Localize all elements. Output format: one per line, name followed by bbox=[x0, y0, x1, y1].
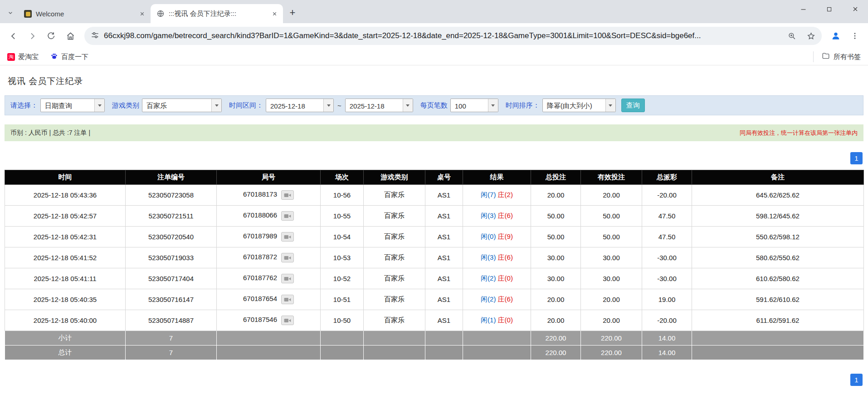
column-header: 总投注 bbox=[531, 170, 581, 185]
forward-icon[interactable] bbox=[24, 27, 41, 44]
zoom-icon[interactable] bbox=[785, 29, 799, 43]
total-total-bet: 220.00 bbox=[531, 346, 581, 360]
cell-payout: -20.00 bbox=[642, 185, 692, 206]
subtotal-label: 小计 bbox=[5, 331, 126, 346]
cell-payout: 19.00 bbox=[642, 289, 692, 310]
video-replay-icon[interactable] bbox=[281, 316, 294, 325]
select-value: 日期查询 bbox=[41, 99, 94, 112]
result-player: 闲(1) bbox=[481, 316, 496, 324]
cell-time: 2025-12-18 05:42:31 bbox=[5, 227, 126, 247]
result-banker: 庄(6) bbox=[498, 295, 513, 303]
date-range-label: 时间区间： bbox=[229, 101, 263, 110]
video-replay-icon[interactable] bbox=[281, 295, 294, 304]
query-type-select[interactable]: 日期查询 bbox=[40, 99, 105, 112]
profile-avatar[interactable] bbox=[827, 27, 844, 44]
reload-icon[interactable] bbox=[43, 27, 60, 44]
welcome-favicon-icon bbox=[24, 10, 32, 18]
tab-bet-records[interactable]: :::视讯 会员下注纪录::: bbox=[151, 4, 283, 23]
cell-round: 670187872 bbox=[217, 247, 321, 268]
table-row: 2025-12-18 05:40:35523050716147670187654… bbox=[5, 289, 864, 310]
browser-toolbar: 66cxkj98.com/game/betrecord_search/kind3… bbox=[0, 23, 868, 49]
cell-remark: 580.62/550.62 bbox=[692, 247, 864, 268]
cell-table-no: AS1 bbox=[425, 247, 463, 268]
page-size-select[interactable]: 100 bbox=[450, 99, 498, 112]
tab-welcome[interactable]: Welcome bbox=[18, 4, 151, 23]
pagination-top: 1 bbox=[5, 152, 863, 164]
cell-bet-id: 523050716147 bbox=[126, 289, 217, 310]
cell-round: 670188066 bbox=[217, 206, 321, 227]
cell-total-bet[interactable]: 50.00 bbox=[531, 227, 581, 247]
date-end-select[interactable]: 2025-12-18 bbox=[345, 99, 413, 112]
video-replay-icon[interactable] bbox=[281, 190, 294, 200]
tab-title: Welcome bbox=[36, 10, 133, 18]
tab-search-button[interactable] bbox=[4, 6, 17, 21]
cell-valid-bet: 20.00 bbox=[581, 310, 642, 331]
game-type-select[interactable]: 百家乐 bbox=[142, 99, 222, 112]
minimize-button[interactable] bbox=[790, 0, 816, 18]
page-size-label: 每页笔数 bbox=[420, 101, 448, 110]
close-tab-icon[interactable] bbox=[269, 9, 279, 19]
cell-game-type: 百家乐 bbox=[364, 227, 425, 247]
page-number-button[interactable]: 1 bbox=[850, 374, 863, 386]
round-number: 670187872 bbox=[243, 253, 277, 261]
bookmark-taobao[interactable]: 淘 爱淘宝 bbox=[7, 53, 39, 61]
close-window-button[interactable] bbox=[842, 0, 868, 18]
cell-time: 2025-12-18 05:43:36 bbox=[5, 185, 126, 206]
total-row: 总计 7 220.00 220.00 14.00 bbox=[5, 346, 864, 360]
maximize-button[interactable] bbox=[816, 0, 842, 18]
cell-game-type: 百家乐 bbox=[364, 247, 425, 268]
close-tab-icon[interactable] bbox=[137, 9, 147, 19]
cell-bet-id: 523050719033 bbox=[126, 247, 217, 268]
result-player: 闲(3) bbox=[481, 253, 496, 261]
new-tab-button[interactable]: + bbox=[285, 5, 300, 20]
cell-bet-id: 523050723058 bbox=[126, 185, 217, 206]
cell-table-no: AS1 bbox=[425, 289, 463, 310]
result-banker: 庄(0) bbox=[498, 274, 513, 282]
tab-title: :::视讯 会员下注纪录::: bbox=[169, 10, 265, 18]
round-number: 670187762 bbox=[243, 274, 277, 282]
sort-select[interactable]: 降幂(由大到小) bbox=[542, 99, 616, 112]
search-button[interactable]: 查询 bbox=[621, 99, 645, 112]
cell-table-no: AS1 bbox=[425, 310, 463, 331]
cell-valid-bet: 50.00 bbox=[581, 206, 642, 227]
back-icon[interactable] bbox=[5, 27, 22, 44]
folder-icon bbox=[822, 52, 830, 62]
column-header: 注单编号 bbox=[126, 170, 217, 185]
all-bookmarks[interactable]: 所有书签 bbox=[813, 51, 861, 62]
cell-remark: 610.62/580.62 bbox=[692, 268, 864, 289]
cell-total-bet[interactable]: 20.00 bbox=[531, 310, 581, 331]
cell-time: 2025-12-18 05:40:00 bbox=[5, 310, 126, 331]
page-title: 视讯 会员下注纪录 bbox=[8, 75, 868, 87]
address-bar[interactable]: 66cxkj98.com/game/betrecord_search/kind3… bbox=[84, 27, 822, 45]
cell-total-bet[interactable]: 20.00 bbox=[531, 185, 581, 206]
cell-round: 670187989 bbox=[217, 227, 321, 247]
menu-kebab-icon[interactable] bbox=[846, 27, 863, 44]
table-head-row: 时间注单编号局号场次游戏类别桌号结果总投注有效投注总派彩备注 bbox=[5, 170, 864, 185]
select-value: 百家乐 bbox=[142, 99, 211, 112]
page-number-button[interactable]: 1 bbox=[850, 152, 863, 164]
select-value: 100 bbox=[451, 99, 488, 112]
cell-total-bet[interactable]: 20.00 bbox=[531, 289, 581, 310]
cell-total-bet[interactable]: 30.00 bbox=[531, 247, 581, 268]
cell-result: 闲(2) 庄(0) bbox=[463, 268, 531, 289]
cell-total-bet[interactable]: 50.00 bbox=[531, 206, 581, 227]
bookmark-label: 爱淘宝 bbox=[18, 53, 39, 61]
video-replay-icon[interactable] bbox=[281, 211, 294, 221]
cell-table-no: AS1 bbox=[425, 206, 463, 227]
home-icon[interactable] bbox=[62, 27, 79, 44]
video-replay-icon[interactable] bbox=[281, 253, 294, 262]
video-replay-icon[interactable] bbox=[281, 274, 294, 283]
date-start-select[interactable]: 2025-12-18 bbox=[266, 99, 334, 112]
column-header: 有效投注 bbox=[581, 170, 642, 185]
cell-round: 670187546 bbox=[217, 310, 321, 331]
cell-game-type: 百家乐 bbox=[364, 185, 425, 206]
column-header: 桌号 bbox=[425, 170, 463, 185]
cell-payout: 47.50 bbox=[642, 206, 692, 227]
window-controls bbox=[790, 0, 868, 18]
cell-time: 2025-12-18 05:42:57 bbox=[5, 206, 126, 227]
cell-total-bet[interactable]: 30.00 bbox=[531, 268, 581, 289]
video-replay-icon[interactable] bbox=[281, 232, 294, 242]
bookmark-star-icon[interactable] bbox=[804, 29, 818, 43]
site-settings-icon[interactable] bbox=[91, 31, 99, 41]
bookmark-baidu[interactable]: 百度一下 bbox=[50, 52, 88, 61]
